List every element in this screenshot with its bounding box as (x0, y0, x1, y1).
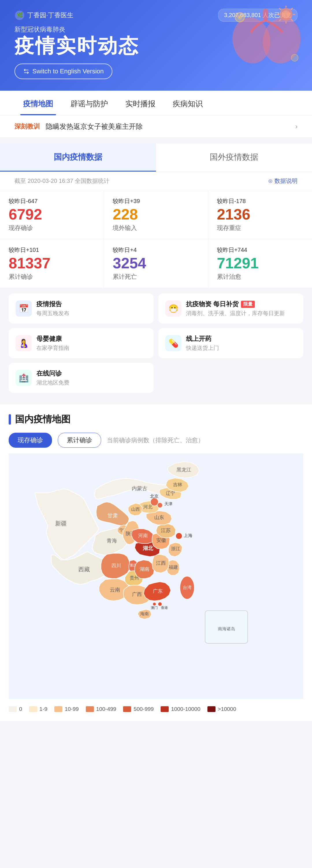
legend-color-1000-10000 (161, 706, 169, 712)
svg-point-17 (291, 54, 298, 61)
service-section: 📅 疫情报告 每周五晚发布 😷 抗疫物资 每日补货 限量 消毒剂、洗手液、温度计… (0, 288, 312, 399)
svg-text:青海: 青海 (106, 538, 117, 544)
legend-0: 0 (9, 706, 22, 712)
switch-to-english-button[interactable]: Switch to English Version (14, 64, 113, 79)
service-icon-consult: 🏥 (15, 370, 32, 386)
svg-text:🌿: 🌿 (17, 12, 23, 18)
service-info-supplies: 抗疫物资 每日补货 限量 消毒剂、洗手液、温度计，库存每日更新 (186, 300, 285, 317)
svg-point-16 (238, 15, 242, 20)
section-title-text: 国内疫情地图 (15, 413, 70, 426)
filter-desc: 当前确诊病例数（排除死亡、治愈） (107, 436, 204, 444)
legend-color-1-9 (29, 706, 37, 712)
service-subtitle-supplies: 消毒剂、洗手液、温度计，库存每日更新 (186, 310, 285, 317)
legend-500-999: 500-999 (123, 706, 154, 712)
legend-label-10-99: 10-99 (65, 706, 79, 712)
service-icon-supplies: 😷 (165, 301, 181, 317)
map-filter-row: 现存确诊 累计确诊 当前确诊病例数（排除死亡、治愈） (9, 433, 303, 448)
logo-area: 🌿 丁香园·丁香医生 (14, 10, 73, 21)
news-ticker[interactable]: 深刻教训 隐瞒发热返京女子被美雇主开除 › (0, 116, 312, 138)
stat-severe: 较昨日-178 2136 现存重症 (208, 190, 312, 239)
service-card-consult[interactable]: 🏥 在线问诊 湖北地区免费 (9, 363, 154, 393)
svg-text:安徽: 安徽 (156, 537, 166, 543)
svg-text:上海: 上海 (184, 533, 192, 538)
badge-limit: 限量 (241, 301, 255, 308)
service-title-report: 疫情报告 (36, 300, 69, 309)
svg-text:新疆: 新疆 (55, 521, 67, 527)
service-card-supplies[interactable]: 😷 抗疫物资 每日补货 限量 消毒剂、洗手液、温度计，库存每日更新 (158, 293, 303, 323)
service-card-report[interactable]: 📅 疫情报告 每周五晚发布 (9, 293, 154, 323)
legend-label-1000-10000: 1000-10000 (171, 706, 200, 712)
svg-point-53 (153, 602, 156, 606)
legend-color-0 (9, 706, 17, 712)
stat-imported: 较昨日+39 228 境外输入 (104, 190, 208, 239)
data-tabs: 国内疫情数据 国外疫情数据 (0, 144, 312, 172)
svg-text:南海诸岛: 南海诸岛 (218, 626, 235, 631)
data-meta-info[interactable]: ⊙ 数据说明 (268, 177, 298, 185)
service-info-maternal: 母婴健康 在家孕育指南 (36, 335, 69, 352)
logo-icon: 🌿 (14, 10, 25, 21)
data-section: 国内疫情数据 国外疫情数据 截至 2020-03-20 16:37 全国数据统计… (0, 144, 312, 288)
bottom-spacer (0, 721, 312, 738)
svg-text:内蒙古: 内蒙古 (132, 486, 147, 491)
filter-total-confirmed[interactable]: 累计确诊 (58, 433, 101, 448)
lungs-decoration (228, 6, 303, 69)
legend-1000-10000: 1000-10000 (161, 706, 200, 712)
service-title-medicine: 线上开药 (186, 335, 219, 343)
svg-text:香港: 香港 (161, 606, 168, 610)
svg-text:广东: 广东 (153, 588, 163, 594)
tab-domestic[interactable]: 国内疫情数据 (0, 144, 156, 172)
service-info-consult: 在线问诊 湖北地区免费 (36, 369, 69, 386)
news-arrow: › (295, 122, 298, 130)
svg-text:台湾: 台湾 (183, 585, 191, 590)
section-title: 国内疫情地图 (9, 413, 303, 426)
tab-live[interactable]: 实时播报 (117, 91, 164, 115)
stats-grid: 较昨日-647 6792 现存确诊 较昨日+39 228 境外输入 较昨日-17… (0, 190, 312, 288)
svg-text:北京: 北京 (150, 494, 159, 499)
stat-total-death: 较昨日+4 3254 累计死亡 (104, 239, 208, 288)
service-card-maternal[interactable]: 🤱 母婴健康 在家孕育指南 (9, 328, 154, 358)
stat-existing-confirmed: 较昨日-647 6792 现存确诊 (0, 190, 104, 239)
svg-rect-2 (263, 9, 268, 20)
service-subtitle-consult: 湖北地区免费 (36, 379, 69, 386)
svg-line-11 (280, 8, 281, 9)
service-card-medicine[interactable]: 💊 线上开药 快递送货上门 (158, 328, 303, 358)
svg-text:四川: 四川 (111, 563, 121, 569)
legend-100-499: 100-499 (86, 706, 117, 712)
svg-line-14 (291, 19, 292, 21)
svg-text:天津: 天津 (164, 502, 173, 506)
svg-text:浙江: 浙江 (171, 547, 180, 551)
stat-total-confirmed: 较昨日+101 81337 累计确诊 (0, 239, 104, 288)
legend-label-gt-10000: >10000 (218, 706, 236, 712)
svg-text:澳门: 澳门 (151, 606, 158, 610)
legend-color-100-499 (86, 706, 94, 712)
service-icon-medicine: 💊 (165, 335, 181, 351)
legend-10-99: 10-99 (54, 706, 79, 712)
service-subtitle-report: 每周五晚发布 (36, 310, 69, 317)
svg-point-40 (176, 533, 182, 539)
filter-existing-confirmed[interactable]: 现存确诊 (9, 433, 52, 448)
legend-gt-10000: >10000 (208, 706, 236, 712)
tab-epidemic-map[interactable]: 疫情地图 (14, 91, 62, 115)
svg-point-6 (282, 10, 290, 19)
switch-btn-label: Switch to English Version (32, 68, 104, 75)
svg-text:河北: 河北 (143, 505, 153, 509)
svg-text:湖北: 湖北 (143, 546, 153, 551)
svg-text:西藏: 西藏 (78, 566, 90, 572)
logo-text: 丁香园·丁香医生 (27, 11, 73, 20)
data-meta-time: 截至 2020-03-20 16:37 全国数据统计 (14, 177, 110, 185)
legend-label-100-499: 100-499 (96, 706, 117, 712)
map-section: 国内疫情地图 现存确诊 累计确诊 当前确诊病例数（排除死亡、治愈） 新疆 西藏 … (0, 404, 312, 721)
tab-rumors[interactable]: 辟谣与防护 (62, 91, 117, 115)
service-title-supplies: 抗疫物资 每日补货 限量 (186, 300, 285, 309)
header-banner: 🌿 丁香园·丁香医生 3,207,683,801 人次已浏览 新型冠状病毒肺炎 … (0, 0, 312, 91)
tab-overseas[interactable]: 国外疫情数据 (156, 144, 312, 172)
svg-text:辽宁: 辽宁 (166, 491, 175, 496)
svg-text:云南: 云南 (110, 587, 120, 593)
svg-point-47 (157, 503, 163, 508)
svg-text:吉林: 吉林 (173, 483, 182, 487)
svg-text:河南: 河南 (138, 533, 148, 538)
svg-point-55 (158, 602, 162, 606)
svg-text:广西: 广西 (132, 592, 142, 597)
tab-knowledge[interactable]: 疾病知识 (164, 91, 212, 115)
service-title-consult: 在线问诊 (36, 369, 69, 378)
